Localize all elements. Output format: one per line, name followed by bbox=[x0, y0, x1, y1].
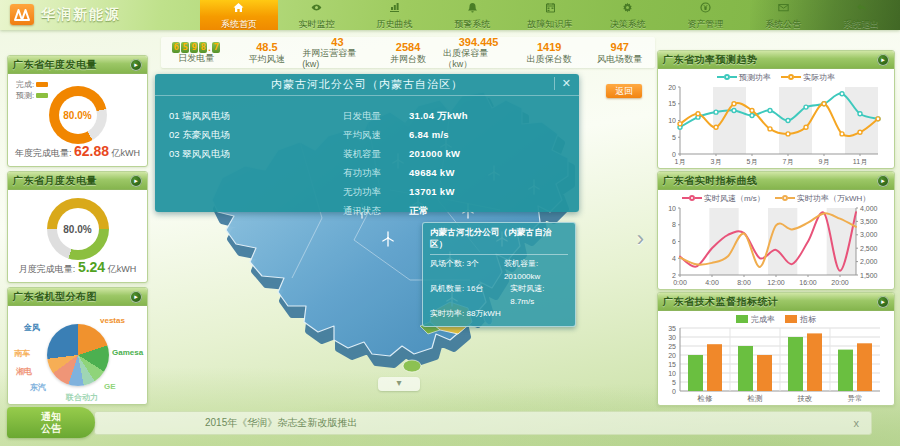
svg-text:检修: 检修 bbox=[697, 394, 714, 403]
annual-legend: 完成:预测: bbox=[16, 79, 48, 101]
counter-digit: 8 bbox=[199, 42, 207, 53]
detail-value: 31.04 万kWh bbox=[409, 106, 468, 125]
svg-text:20:00: 20:00 bbox=[831, 279, 849, 286]
logo-icon bbox=[10, 4, 34, 25]
nav-item-exit-arrow[interactable]: 系统退出 bbox=[822, 0, 900, 30]
eye-icon bbox=[311, 0, 322, 17]
detail-row: 日发电量31.04 万kWh bbox=[343, 106, 569, 125]
wind-farm-item[interactable]: 01 瑞风风电场 bbox=[169, 106, 309, 125]
forecast-panel-title: 广东省功率预测趋势 bbox=[663, 53, 758, 67]
tooltip-cell: 风机数量: 16台 bbox=[430, 283, 510, 308]
monthly-unit: 亿kWH bbox=[108, 264, 137, 274]
nav-item-label: 决策系统 bbox=[610, 18, 646, 31]
svg-text:20: 20 bbox=[668, 84, 676, 91]
forecast-panel-settings-icon[interactable]: ▸ bbox=[877, 54, 889, 66]
nav-item-label: 预警系统 bbox=[454, 18, 490, 31]
back-button[interactable]: 返回 bbox=[606, 84, 642, 98]
stat-item-4: 1419出质保台数 bbox=[514, 41, 585, 64]
nav-item-bell[interactable]: 预警系统 bbox=[433, 0, 511, 30]
tooltip-row: 风机数量: 16台实时风速: 8.7m/s bbox=[430, 283, 568, 308]
top-navbar: 华润新能源 系统首页实时监控历史曲线预警系统故障知识库决策系统资产管理系统公告系… bbox=[0, 0, 900, 30]
model-panel-title: 广东省机型分布图 bbox=[13, 290, 97, 304]
realtime-index-panel: 广东省实时指标曲线 ▸ 实时风速（m/s） 实时功率（万kWH） 2468101… bbox=[657, 171, 895, 290]
daily-generation-counter: 6598.7 bbox=[172, 42, 220, 53]
svg-text:3,000: 3,000 bbox=[860, 231, 878, 238]
stat-value: 48.5 bbox=[256, 41, 277, 54]
annual-footer-label: 年度完成电量: bbox=[15, 148, 72, 158]
annual-donut-chart: 80.0% bbox=[49, 86, 107, 144]
svg-text:7月: 7月 bbox=[783, 158, 794, 166]
annual-panel-title: 广东省年度发电量 bbox=[13, 58, 97, 72]
branch-detail-rows: 日发电量31.04 万kWh平均风速6.84 m/s装机容量201000 kW有… bbox=[309, 106, 569, 220]
app-title: 华润新能源 bbox=[41, 6, 121, 24]
svg-text:15: 15 bbox=[668, 100, 676, 107]
counter-digit: 5 bbox=[181, 42, 189, 53]
asset-money-icon bbox=[700, 0, 711, 17]
home-icon bbox=[233, 0, 244, 17]
realtime-panel-title: 广东省实时指标曲线 bbox=[663, 174, 758, 188]
stat-item-3: 394.445出质保容量（kw） bbox=[443, 36, 514, 69]
tech-panel-settings-icon[interactable]: ▸ bbox=[877, 296, 889, 308]
stat-label: 并网台数 bbox=[390, 54, 426, 64]
stat-value: 947 bbox=[611, 41, 629, 54]
svg-text:10: 10 bbox=[668, 117, 676, 124]
notice-text: 2015年《华润》杂志全新改版推出 bbox=[205, 416, 854, 430]
pie-label-湘电: 湘电 bbox=[16, 366, 32, 377]
monthly-donut-chart: 80.0% bbox=[47, 198, 109, 260]
stat-label: 出质保台数 bbox=[527, 54, 572, 64]
nav-item-mail[interactable]: 系统公告 bbox=[744, 0, 822, 30]
stat-label: 并网运营容量(kw) bbox=[302, 48, 373, 69]
nav-item-label: 资产管理 bbox=[688, 18, 724, 31]
branch-info-panel: 内蒙古河北分公司（内蒙古自治区） ✕ 01 瑞风风电场02 东豪风电场03 翠风… bbox=[155, 74, 579, 212]
wind-farm-item[interactable]: 02 东豪风电场 bbox=[169, 125, 309, 144]
legend-完成率: 完成率 bbox=[736, 314, 775, 325]
china-map-zone: 返回 › ▾ 内蒙古河北分公司（内蒙古自治区） ✕ 01 瑞风风电场02 东豪风… bbox=[150, 50, 656, 402]
tooltip-cell: 风场个数: 3个 bbox=[430, 258, 504, 283]
svg-text:11月: 11月 bbox=[853, 158, 867, 166]
svg-text:检测: 检测 bbox=[747, 394, 763, 403]
detail-value: 201000 kW bbox=[409, 144, 460, 163]
power-forecast-chart: 051015201月3月5月7月9月11月 bbox=[658, 83, 886, 166]
nav-item-knowledge-book[interactable]: 故障知识库 bbox=[511, 0, 589, 30]
svg-text:1月: 1月 bbox=[675, 158, 686, 166]
nav-item-eye[interactable]: 实时监控 bbox=[278, 0, 356, 30]
legend-预测功率: 预测功率 bbox=[717, 72, 771, 83]
forecast-chart-legend: 预测功率 实际功率 bbox=[658, 69, 894, 83]
svg-text:2,500: 2,500 bbox=[860, 245, 878, 252]
detail-label: 日发电量 bbox=[343, 106, 409, 125]
wind-farm-item[interactable]: 03 翠风风电场 bbox=[169, 144, 309, 163]
nav-item-gear[interactable]: 决策系统 bbox=[589, 0, 667, 30]
nav-item-history-chart[interactable]: 历史曲线 bbox=[356, 0, 434, 30]
counter-digit: . bbox=[208, 43, 211, 53]
info-panel-close-icon[interactable]: ✕ bbox=[554, 77, 572, 90]
nav-item-home[interactable]: 系统首页 bbox=[200, 0, 278, 30]
svg-text:20: 20 bbox=[668, 352, 676, 359]
notice-close-icon[interactable]: x bbox=[854, 417, 860, 429]
detail-row: 平均风速6.84 m/s bbox=[343, 125, 569, 144]
annual-panel-settings-icon[interactable]: ▸ bbox=[130, 59, 142, 71]
nav-menu: 系统首页实时监控历史曲线预警系统故障知识库决策系统资产管理系统公告系统退出 bbox=[200, 0, 900, 30]
stat-item-2: 2584并网台数 bbox=[373, 41, 444, 64]
map-next-chevron-icon[interactable]: › bbox=[637, 226, 644, 252]
monthly-generation-panel: 广东省月度发电量 ▸ 80.0% 月度完成电量: 5.24 亿kWH bbox=[7, 171, 148, 283]
map-tooltip-title: 内蒙古河北分公司（内蒙古自治区） bbox=[430, 227, 568, 255]
annual-generation-panel: 广东省年度发电量 ▸ 完成:预测: 80.0% 年度完成电量: 62.88 亿k… bbox=[7, 55, 148, 167]
tooltip-row: 风场个数: 3个装机容量: 201000kw bbox=[430, 258, 568, 283]
model-panel-settings-icon[interactable]: ▸ bbox=[130, 291, 142, 303]
detail-row: 有功功率49684 kW bbox=[343, 163, 569, 182]
svg-text:15: 15 bbox=[668, 361, 676, 368]
monthly-panel-settings-icon[interactable]: ▸ bbox=[130, 175, 142, 187]
nav-item-asset-money[interactable]: 资产管理 bbox=[667, 0, 745, 30]
stat-item-0: 48.5平均风速 bbox=[232, 41, 303, 64]
exit-arrow-icon bbox=[856, 0, 867, 17]
legend-实时功率（万kWH）: 实时功率（万kWH） bbox=[775, 193, 871, 204]
legend-item: 完成: bbox=[16, 79, 48, 90]
tech-chart-legend: 完成率指标 bbox=[658, 311, 894, 325]
realtime-panel-settings-icon[interactable]: ▸ bbox=[877, 175, 889, 187]
map-scroll-down-icon[interactable]: ▾ bbox=[378, 377, 420, 391]
nav-item-label: 故障知识库 bbox=[528, 18, 573, 31]
svg-text:8:00: 8:00 bbox=[737, 279, 751, 286]
notice-badge: 通知公告 bbox=[7, 407, 95, 438]
nav-item-label: 系统退出 bbox=[843, 18, 879, 31]
notice-badge-line: 公告 bbox=[41, 423, 61, 435]
